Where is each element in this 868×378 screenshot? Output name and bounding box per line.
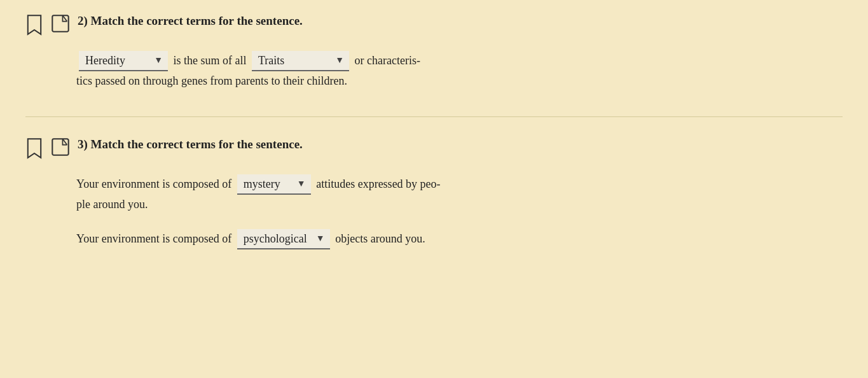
mystery-select[interactable]: mystery attitudes objects behaviors [237, 174, 311, 193]
question-3: 3) Match the correct terms for the sente… [25, 136, 843, 250]
question-3-sentence-1: Your environment is composed of mystery … [76, 174, 843, 214]
question-2-sentence: Heredity Traits Environment Genes ▼ is t… [76, 51, 843, 91]
question-3-sentence-2: Your environment is composed of psycholo… [76, 229, 843, 249]
question-3-header: 3) Match the correct terms for the sente… [25, 136, 843, 159]
question-2-label: 2) Match the correct terms for the sente… [78, 13, 303, 30]
q3-s2-after: objects around you. [335, 232, 425, 245]
q2-text-between: is the sum of all [174, 54, 250, 67]
traits-select-wrapper[interactable]: Traits Heredity Characteristics Genes ▼ [252, 51, 349, 71]
svg-rect-0 [52, 15, 68, 31]
psychological-select-wrapper[interactable]: psychological physical social mental ▼ [237, 229, 330, 249]
heredity-select-wrapper[interactable]: Heredity Traits Environment Genes ▼ [79, 51, 168, 71]
mystery-select-wrapper[interactable]: mystery attitudes objects behaviors ▼ [237, 174, 311, 195]
svg-rect-1 [52, 139, 68, 155]
q3-s2-before: Your environment is composed of [76, 232, 235, 245]
q3-s1-before: Your environment is composed of [76, 178, 235, 190]
question-3-label: 3) Match the correct terms for the sente… [78, 136, 303, 153]
heredity-select[interactable]: Heredity Traits Environment Genes [79, 51, 168, 70]
traits-select[interactable]: Traits Heredity Characteristics Genes [252, 51, 349, 70]
section-divider [25, 116, 843, 117]
note-icon[interactable] [51, 14, 70, 33]
question-2-header: 2) Match the correct terms for the sente… [25, 13, 843, 36]
bookmark-icon-q3[interactable] [25, 137, 43, 159]
note-icon-q3[interactable] [51, 137, 70, 157]
bookmark-icon[interactable] [25, 14, 43, 36]
psychological-select[interactable]: psychological physical social mental [237, 229, 330, 248]
question-2: 2) Match the correct terms for the sente… [25, 13, 843, 91]
